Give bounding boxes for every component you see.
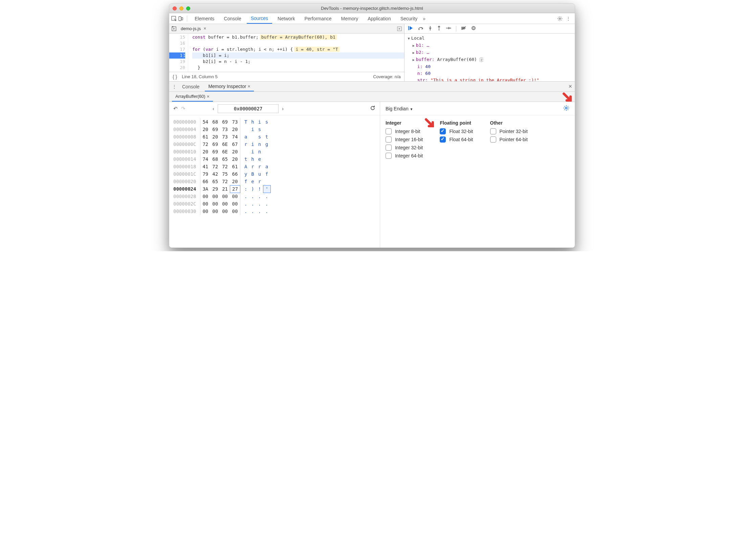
type-label: Float 64-bit <box>449 137 473 142</box>
other-column: Other Pointer 32-bitPointer 64-bit <box>490 120 528 161</box>
code-editor[interactable]: 15161718192021 const buffer = b1.buffer;… <box>169 34 404 72</box>
type-label: Integer 64-bit <box>395 153 423 158</box>
deactivate-breakpoints-icon[interactable] <box>461 26 466 31</box>
step-over-icon[interactable] <box>418 26 423 31</box>
svg-rect-18 <box>474 27 475 29</box>
tab-sources[interactable]: Sources <box>247 13 272 24</box>
address-input[interactable] <box>218 104 279 113</box>
type-label: Pointer 32-bit <box>500 129 528 134</box>
type-label: Integer 16-bit <box>395 137 423 142</box>
svg-point-14 <box>450 28 451 29</box>
type-option[interactable]: Integer 8-bit <box>386 128 423 134</box>
device-icon[interactable] <box>178 16 183 21</box>
settings-top-bar: Big Endian ▼ <box>380 102 575 115</box>
drawer-tab-memory-inspector[interactable]: Memory Inspector × <box>205 82 254 91</box>
close-icon[interactable]: × <box>207 94 210 99</box>
scope-i: i: 40 <box>413 63 571 70</box>
tab-security[interactable]: Security <box>396 13 422 24</box>
hex-view[interactable]: 0000000054686973This0000000420697320 is … <box>169 115 380 247</box>
svg-point-16 <box>472 26 476 30</box>
chevron-down-icon: ▼ <box>410 107 413 111</box>
type-checkbox[interactable] <box>386 128 392 134</box>
memory-nav: ↶ ↷ ‹ › <box>169 102 380 115</box>
type-label: Float 32-bit <box>449 129 473 134</box>
float-heading: Floating point <box>440 120 473 126</box>
other-heading: Other <box>490 120 528 126</box>
step-out-icon[interactable] <box>437 26 441 31</box>
gear-icon[interactable] <box>557 16 563 21</box>
endian-select[interactable]: Big Endian ▼ <box>386 106 413 111</box>
source-tab-bar: demo-js.js × <box>169 24 404 34</box>
scope-b2[interactable]: b2: … <box>413 49 571 56</box>
scope-b1[interactable]: b1: … <box>413 42 571 49</box>
memory-buffer-tab[interactable]: ArrayBuffer(60) × <box>172 92 213 102</box>
inspect-icon[interactable] <box>171 16 177 21</box>
type-option[interactable]: Float 32-bit <box>440 128 473 134</box>
integer-heading: Integer <box>386 120 423 126</box>
source-file-tab[interactable]: demo-js.js × <box>179 25 207 33</box>
type-checkbox[interactable] <box>386 145 392 151</box>
editor-status-bar: { } Line 18, Column 5 Coverage: n/a <box>169 72 404 81</box>
memory-inspector-body: ↶ ↷ ‹ › 0000000054686973This000000042069… <box>169 102 575 247</box>
integer-column: Integer Integer 8-bitInteger 16-bitInteg… <box>386 120 423 161</box>
titlebar: DevTools - memory-inspector.glitch.me/de… <box>169 4 575 13</box>
kebab-icon[interactable]: ⋮ <box>172 84 177 89</box>
type-checkbox[interactable] <box>386 136 392 143</box>
svg-rect-2 <box>181 18 183 20</box>
memory-inspector-subtabs: ArrayBuffer(60) × <box>169 92 575 102</box>
coverage-status: Coverage: n/a <box>373 74 401 79</box>
type-label: Integer 8-bit <box>395 129 420 134</box>
type-checkbox[interactable] <box>440 136 446 143</box>
more-tabs-icon[interactable]: » <box>423 16 425 21</box>
navigator-icon[interactable] <box>171 26 177 31</box>
scope-panel[interactable]: Local b1: … b2: … buffer: ArrayBuffer(60… <box>404 34 575 81</box>
type-option[interactable]: Integer 16-bit <box>386 136 423 143</box>
type-checkbox[interactable] <box>490 128 496 134</box>
resume-icon[interactable] <box>408 26 413 31</box>
type-option[interactable]: Float 64-bit <box>440 136 473 143</box>
type-option[interactable]: Pointer 64-bit <box>490 136 528 143</box>
svg-point-10 <box>430 29 431 30</box>
undo-icon[interactable]: ↶ <box>173 106 178 112</box>
sources-pane: demo-js.js × 15161718192021 const buffer… <box>169 24 575 82</box>
type-checkbox[interactable] <box>440 128 446 134</box>
source-file-name: demo-js.js <box>181 26 201 31</box>
refresh-icon[interactable] <box>370 105 376 112</box>
close-icon[interactable]: × <box>247 84 250 89</box>
redo-icon[interactable]: ↷ <box>181 106 185 112</box>
tab-application[interactable]: Application <box>364 13 395 24</box>
tab-memory[interactable]: Memory <box>337 13 363 24</box>
run-snippet-icon[interactable] <box>397 26 402 31</box>
pause-exceptions-icon[interactable] <box>471 26 476 31</box>
type-checkbox[interactable] <box>490 136 496 143</box>
format-icon[interactable]: { } <box>173 74 177 80</box>
tab-performance[interactable]: Performance <box>300 13 335 24</box>
scope-local[interactable]: Local <box>408 35 571 42</box>
svg-rect-1 <box>179 17 181 21</box>
close-icon[interactable]: × <box>568 83 572 90</box>
svg-point-19 <box>565 107 567 109</box>
window-title: DevTools - memory-inspector.glitch.me/de… <box>169 6 575 11</box>
kebab-icon[interactable]: ⋮ <box>566 16 571 21</box>
devtools-tabs: Elements Console Sources Network Perform… <box>169 13 575 24</box>
debugger-toolbar <box>404 24 575 34</box>
type-checkbox[interactable] <box>386 153 392 159</box>
svg-point-12 <box>438 29 439 30</box>
prev-page-icon[interactable]: ‹ <box>213 106 214 111</box>
close-icon[interactable]: × <box>202 26 206 31</box>
tab-console[interactable]: Console <box>220 13 245 24</box>
scope-buffer[interactable]: buffer: ArrayBuffer(60) ⦀ <box>413 56 571 63</box>
tab-elements[interactable]: Elements <box>191 13 218 24</box>
tab-network[interactable]: Network <box>273 13 299 24</box>
step-icon[interactable] <box>446 26 451 31</box>
step-into-icon[interactable] <box>428 26 432 31</box>
type-option[interactable]: Integer 64-bit <box>386 153 423 159</box>
drawer-tab-console[interactable]: Console <box>179 82 203 91</box>
memory-icon[interactable]: ⦀ <box>480 58 483 62</box>
drawer-tabs: ⋮ Console Memory Inspector × × <box>169 82 575 92</box>
type-option[interactable]: Integer 32-bit <box>386 145 423 151</box>
gear-icon[interactable] <box>563 105 569 112</box>
next-page-icon[interactable]: › <box>282 106 284 111</box>
svg-point-8 <box>418 29 419 30</box>
type-option[interactable]: Pointer 32-bit <box>490 128 528 134</box>
